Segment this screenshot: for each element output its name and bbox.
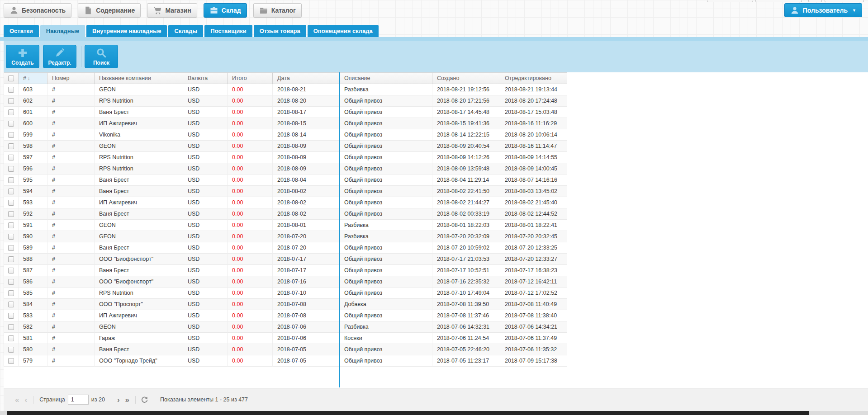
row-checkbox[interactable] — [8, 335, 14, 341]
row-checkbox[interactable] — [8, 222, 14, 228]
table-row[interactable]: 581#ГаражUSD0.002018-07-06Косяки2018-07-… — [4, 333, 567, 344]
last-page-button[interactable]: » — [123, 396, 132, 404]
column-header[interactable]: Создано — [432, 72, 500, 84]
tab-warehouses[interactable]: Склады — [168, 25, 203, 37]
page-number-input[interactable] — [68, 395, 89, 405]
row-checkbox[interactable] — [8, 256, 14, 262]
row-checkbox[interactable] — [8, 109, 14, 115]
select-all-checkbox[interactable] — [8, 75, 14, 81]
partial-button[interactable] — [755, 0, 802, 2]
partial-button[interactable] — [707, 0, 753, 2]
table-row[interactable]: 602#RPS NutritionUSD0.002018-08-20Общий … — [4, 95, 567, 107]
table-row[interactable]: 586#ООО "Биофонспорт"USD0.002018-07-16Об… — [4, 276, 567, 288]
table-row[interactable]: 594#Ваня БрестUSD0.002018-08-02Общий при… — [4, 186, 567, 197]
table-row[interactable]: 601#Ваня БрестUSD0.002018-08-17Общий при… — [4, 107, 567, 118]
row-checkbox[interactable] — [8, 211, 14, 217]
table-row[interactable]: 595#Ваня БрестUSD0.002018-08-04Общий при… — [4, 174, 567, 186]
table-row[interactable]: 598#GEONUSD0.002018-08-09Общий привоз201… — [4, 141, 567, 152]
column-header[interactable]: Итого — [228, 72, 273, 84]
table-row[interactable]: 593#ИП АжгиревичUSD0.002018-08-02Общий п… — [4, 197, 567, 208]
column-header[interactable]: Описание — [340, 72, 432, 84]
row-checkbox[interactable] — [8, 177, 14, 183]
column-header[interactable]: Валюта — [183, 72, 228, 84]
cell: 0.00 — [228, 355, 273, 367]
table-row[interactable]: 588#ООО "Биофонспорт"USD0.002018-07-17Об… — [4, 254, 567, 265]
prev-page-button[interactable]: ‹ — [22, 396, 30, 404]
cell: 601 — [19, 107, 47, 118]
app-button-shop[interactable]: Магазин — [147, 3, 197, 18]
row-checkbox[interactable] — [8, 245, 14, 251]
app-button-content[interactable]: Содержание — [78, 3, 141, 18]
column-header[interactable]: Название компании — [95, 72, 183, 84]
column-header[interactable]: Отредактировано — [500, 72, 567, 84]
table-row[interactable]: 583#ИП АжгиревичUSD0.002018-07-08Общий п… — [4, 310, 567, 321]
table-row[interactable]: 580#Ваня БрестUSD0.002018-07-05Общий при… — [4, 344, 567, 355]
column-header[interactable]: #↓ — [19, 72, 47, 84]
create-button[interactable]: Создать — [6, 45, 39, 68]
row-checkbox[interactable] — [8, 121, 14, 127]
row-checkbox[interactable] — [8, 132, 14, 138]
table-row[interactable]: 589#Ваня БрестUSD0.002018-07-20Общий при… — [4, 242, 567, 254]
first-page-button[interactable]: « — [12, 396, 22, 404]
table-row[interactable]: 599#VikonikaUSD0.002018-08-14Общий приво… — [4, 129, 567, 141]
row-checkbox[interactable] — [8, 347, 14, 353]
table-row[interactable]: 597#RPS NutritionUSD0.002018-08-09Общий … — [4, 152, 567, 163]
app-button-warehouse[interactable]: Склад — [204, 3, 247, 18]
app-button-security[interactable]: Безопасность — [4, 3, 71, 18]
cell: 2018-07-16 — [273, 276, 340, 288]
tab-product-recall[interactable]: Отзыв товара — [254, 25, 306, 37]
table-row[interactable]: 600#ИП АжгиревичUSD0.002018-08-15Общий п… — [4, 118, 567, 129]
row-checkbox[interactable] — [8, 87, 14, 93]
row-checkbox[interactable] — [8, 290, 14, 296]
table-row[interactable]: 585#RPS NutritionUSD0.002018-07-10Общий … — [4, 288, 567, 299]
row-checkbox[interactable] — [8, 313, 14, 319]
partial-button[interactable] — [825, 0, 864, 2]
table-row[interactable]: 596#RPS NutritionUSD0.002018-08-09Общий … — [4, 163, 567, 174]
cell: Общий привоз — [340, 152, 432, 163]
tab-internal-invoices[interactable]: Внутренние накладные — [86, 25, 167, 37]
row-checkbox[interactable] — [8, 358, 14, 364]
horizontal-scrollbar-thumb[interactable] — [7, 411, 809, 415]
user-menu-button[interactable]: Пользователь ▼ — [784, 3, 862, 17]
search-button[interactable]: Поиск — [85, 45, 118, 68]
cell: 0.00 — [228, 107, 273, 118]
edit-button[interactable]: Редактр. — [43, 45, 76, 68]
table-row[interactable]: 592#Ваня БрестUSD0.002018-08-02Общий при… — [4, 208, 567, 220]
partial-button[interactable] — [808, 0, 822, 2]
table-row[interactable]: 590#GEONUSD0.002018-07-20Разбивка2018-07… — [4, 231, 567, 242]
cell: 584 — [19, 299, 47, 310]
cell: 0.00 — [228, 152, 273, 163]
app-button-catalog[interactable]: Каталог — [253, 3, 302, 18]
column-header[interactable]: Дата — [273, 72, 340, 84]
table-row[interactable]: 603#GEONUSD0.002018-08-21Разбивка2018-08… — [4, 84, 567, 95]
row-checkbox[interactable] — [8, 302, 14, 307]
tab-invoices[interactable]: Накладные — [40, 25, 85, 37]
refresh-icon[interactable] — [141, 396, 148, 404]
cell: Общий привоз — [340, 254, 432, 265]
row-checkbox[interactable] — [8, 189, 14, 194]
column-header[interactable]: Номер — [47, 72, 95, 84]
row-checkbox[interactable] — [8, 234, 14, 240]
row-checkbox[interactable] — [8, 155, 14, 160]
row-checkbox[interactable] — [8, 200, 14, 206]
row-checkbox[interactable] — [8, 268, 14, 274]
next-page-button[interactable]: › — [114, 396, 123, 404]
row-checkbox[interactable] — [8, 143, 14, 149]
horizontal-scrollbar-track[interactable] — [0, 411, 868, 415]
cell: USD — [183, 344, 228, 355]
row-checkbox[interactable] — [8, 98, 14, 104]
tab-warehouse-alerts[interactable]: Оповещения склада — [308, 25, 379, 37]
row-checkbox[interactable] — [8, 166, 14, 172]
cell: USD — [183, 333, 228, 344]
table-row[interactable]: 584#ООО "Проспорт"USD0.002018-07-08Добав… — [4, 299, 567, 310]
cell: 2018-07-06 — [273, 321, 340, 333]
tab-suppliers[interactable]: Поставщики — [204, 25, 252, 37]
table-row[interactable]: 579#ООО "Торнадо Трейд"USD0.002018-07-05… — [4, 355, 567, 367]
table-row[interactable]: 587#Ваня БрестUSD0.002018-07-17Общий при… — [4, 265, 567, 276]
cell: 2018-07-08 — [273, 299, 340, 310]
table-row[interactable]: 591#GEONUSD0.002018-08-01Разбивка2018-08… — [4, 220, 567, 231]
tab-stock[interactable]: Остатки — [4, 25, 39, 37]
row-checkbox[interactable] — [8, 279, 14, 285]
table-row[interactable]: 582#GEONUSD0.002018-07-06Разбивка2018-07… — [4, 321, 567, 333]
row-checkbox[interactable] — [8, 324, 14, 330]
